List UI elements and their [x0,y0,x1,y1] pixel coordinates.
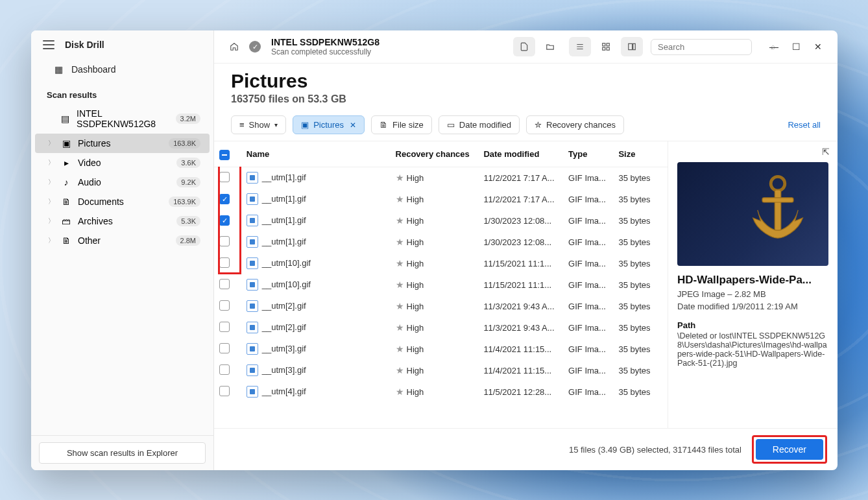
row-checkbox[interactable] [219,322,230,332]
table-row[interactable]: __utm[10].gif★High11/15/2021 11:1...GIF … [214,253,668,274]
table-row[interactable]: __utm[3].gif★High11/4/2021 11:15...GIF I… [214,339,668,360]
view-grid-icon[interactable] [595,37,617,56]
row-checkbox[interactable] [219,236,230,246]
row-checkbox[interactable] [219,300,230,311]
sidebar-item-documents[interactable]: 〉🗎Documents163.9K [35,192,210,211]
row-checkbox[interactable] [219,364,230,375]
clear-icon[interactable]: ✕ [350,121,356,130]
file-icon [247,172,258,184]
sidebar-item-intel-ssdpeknw512g8[interactable]: ▤INTEL SSDPEKNW512G83.2M [35,104,210,134]
col-recovery-chances[interactable]: Recovery chances [391,141,479,167]
recovery-chance: High [407,344,424,354]
file-icon [247,193,258,205]
table-row[interactable]: __utm[1].gif★High11/2/2021 7:17 A...GIF … [214,167,668,189]
table-header-row: Name Recovery chances Date modified Type… [214,141,668,167]
reset-all-link[interactable]: Reset all [788,120,821,130]
row-checkbox[interactable] [219,257,230,268]
sidebar-item-pictures[interactable]: 〉▣Pictures163.8K [35,134,210,153]
file-type: GIF Ima... [563,339,613,360]
sidebar: Disk Drill ▦ Dashboard Scan results ▤INT… [31,30,214,470]
file-name: __utm[1].gif [262,215,306,225]
select-all-checkbox[interactable] [219,150,230,160]
file-type: GIF Ima... [563,317,613,339]
filter-filesize[interactable]: 🗎 File size [371,115,432,134]
file-type: GIF Ima... [563,232,613,253]
date-modified: 11/5/2021 12:28... [478,381,563,403]
table-row[interactable]: __utm[2].gif★High11/3/2021 9:43 A...GIF … [214,317,668,339]
category-icon: 🗎 [61,196,71,207]
popout-icon[interactable]: ⇱ [822,147,830,157]
header-title-block: INTEL SSDPEKNW512G8 Scan completed succe… [271,37,380,56]
row-checkbox[interactable] [219,279,230,289]
sidebar-item-archives[interactable]: 〉🗃Archives5.3K [35,211,210,231]
col-type[interactable]: Type [563,141,613,167]
view-file-icon[interactable] [513,37,535,56]
table-row[interactable]: ✓__utm[1].gif★High11/2/2021 7:17 A...GIF… [214,189,668,210]
maximize-button[interactable]: ☐ [787,38,805,56]
star-icon: ✮ [535,120,542,130]
row-checkbox[interactable] [219,386,230,396]
file-type: GIF Ima... [563,253,613,274]
view-list-icon[interactable] [569,37,591,56]
file-type: GIF Ima... [563,360,613,381]
table-row[interactable]: __utm[10].gif★High11/15/2021 11:1...GIF … [214,274,668,296]
sidebar-section-label: Scan results [31,84,213,104]
row-checkbox[interactable]: ✓ [219,215,230,226]
sidebar-item-other[interactable]: 〉🗎Other2.8M [35,231,210,250]
sidebar-item-video[interactable]: 〉▸Video3.6K [35,153,210,173]
col-size[interactable]: Size [613,141,668,167]
filter-recovery-chances[interactable]: ✮ Recovery chances [526,115,624,134]
filter-show[interactable]: ≡ Show ▾ [231,115,286,134]
main-area: ✓ INTEL SSDPEKNW512G8 Scan completed suc… [214,30,838,470]
search-box[interactable]: ⌕ [651,39,752,55]
show-in-explorer-button[interactable]: Show scan results in Explorer [39,442,206,464]
recovery-chance: High [407,302,424,311]
sidebar-item-label: INTEL SSDPEKNW512G8 [77,108,176,129]
view-folder-icon[interactable] [539,37,561,56]
row-checkbox[interactable] [219,343,230,353]
recover-button[interactable]: Recover [756,439,823,460]
recovery-chance: High [407,280,424,290]
count-badge: 3.2M [176,113,200,124]
file-name: __utm[3].gif [262,365,306,375]
row-checkbox[interactable]: ✓ [219,194,230,204]
grid-icon: ▦ [53,64,64,75]
file-name: __utm[3].gif [262,344,306,353]
topbar: ✓ INTEL SSDPEKNW512G8 Scan completed suc… [214,30,838,64]
svg-rect-5 [603,47,605,50]
preview-path-value: \Deleted or lost\INTEL SSDPEKNW512G8\Use… [677,331,828,368]
table-row[interactable]: __utm[3].gif★High11/4/2021 11:15...GIF I… [214,360,668,381]
sidebar-item-dashboard[interactable]: ▦ Dashboard [31,59,213,80]
table-row[interactable]: __utm[1].gif★High1/30/2023 12:08...GIF I… [214,232,668,253]
star-icon: ★ [396,194,404,204]
date-modified: 11/3/2021 9:43 A... [478,317,563,339]
table-row[interactable]: ✓__utm[1].gif★High1/30/2023 12:08...GIF … [214,210,668,232]
date-modified: 11/2/2021 7:17 A... [478,167,563,189]
sidebar-item-audio[interactable]: 〉♪Audio9.2K [35,173,210,192]
close-button[interactable]: ✕ [809,38,827,56]
preview-filename: HD-Wallpapers-Wide-Pa... [677,274,828,287]
row-checkbox[interactable] [219,172,230,182]
recovery-chance: High [407,195,424,204]
filter-date-modified[interactable]: ▭ Date modified [439,115,520,134]
file-size: 35 bytes [613,167,668,189]
table-row[interactable]: __utm[2].gif★High11/3/2021 9:43 A...GIF … [214,296,668,317]
file-name: __utm[10].gif [262,280,311,289]
col-date-modified[interactable]: Date modified [478,141,563,167]
file-icon [247,343,258,355]
device-name: INTEL SSDPEKNW512G8 [271,37,380,47]
home-icon[interactable] [224,37,244,56]
count-badge: 9.2K [176,177,200,187]
table-row[interactable]: __utm[4].gif★High11/5/2021 12:28...GIF I… [214,381,668,403]
svg-rect-4 [607,43,609,46]
view-preview-icon[interactable] [621,37,643,56]
filter-pictures[interactable]: ▣ Pictures ✕ [293,115,365,134]
minimize-button[interactable]: — [765,38,783,56]
menu-icon[interactable] [43,40,54,49]
col-name[interactable]: Name [241,141,391,167]
filter-bar: ≡ Show ▾ ▣ Pictures ✕ 🗎 File size ▭ Date… [214,108,838,141]
count-badge: 5.3K [176,216,200,226]
search-input[interactable] [658,42,767,52]
app-title: Disk Drill [65,40,104,50]
file-name: __utm[2].gif [262,301,306,311]
